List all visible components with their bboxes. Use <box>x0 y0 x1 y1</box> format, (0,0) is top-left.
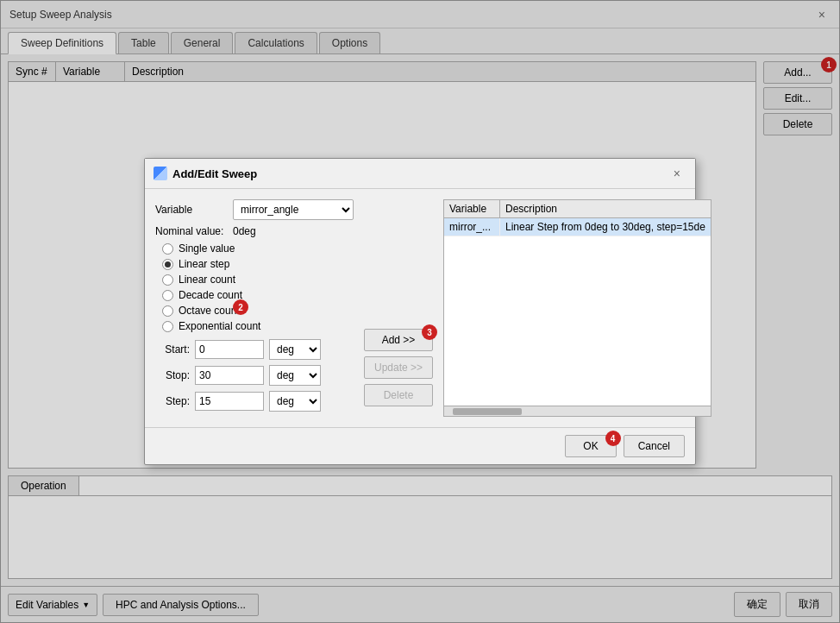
variable-label: Variable <box>155 204 233 216</box>
nominal-row: Nominal value: 0deg <box>155 225 354 237</box>
var-table-header: Variable Description <box>444 200 711 218</box>
add-edit-sweep-dialog: Add/Edit Sweep × Variable mirror_angle N… <box>144 158 696 465</box>
variable-table: Variable Description mirror_... Linear S… <box>443 199 711 417</box>
dialog-left-panel: Variable mirror_angle Nominal value: 0de… <box>155 199 354 417</box>
radio-exponential-count-input[interactable] <box>162 321 173 332</box>
radio-decade-count[interactable]: Decade count <box>162 289 354 301</box>
nominal-label: Nominal value: <box>155 225 233 237</box>
dialog-add-button[interactable]: Add >> 3 <box>364 329 433 351</box>
variable-select[interactable]: mirror_angle <box>233 199 354 220</box>
variable-row: Variable mirror_angle <box>155 199 354 220</box>
var-col-description: Description <box>500 200 711 217</box>
stop-input[interactable] <box>195 366 264 385</box>
step-label: Step: <box>155 395 190 407</box>
start-unit-select[interactable]: deg <box>269 339 321 360</box>
step-row: Step: deg <box>155 391 354 412</box>
stop-row: Stop: deg <box>155 365 354 386</box>
dialog-bottom-buttons: OK 4 Cancel <box>145 427 695 464</box>
var-cell-variable: mirror_... <box>444 218 500 236</box>
dialog-delete-button[interactable]: Delete <box>364 384 433 406</box>
radio-single-value[interactable]: Single value <box>162 242 354 255</box>
dialog-right-panel: Variable Description mirror_... Linear S… <box>443 199 711 417</box>
dialog-cancel-button[interactable]: Cancel <box>624 435 685 457</box>
start-stop-area: Start: deg Stop: deg Step: <box>155 339 354 412</box>
radio-octave-count-input[interactable] <box>162 305 173 317</box>
dialog-overlay: Add/Edit Sweep × Variable mirror_angle N… <box>0 0 840 623</box>
radio-linear-count-input[interactable] <box>162 274 173 286</box>
octave-badge: 2 <box>233 299 248 315</box>
step-input[interactable] <box>195 392 264 411</box>
table-row[interactable]: mirror_... Linear Step from 0deg to 30de… <box>444 218 711 236</box>
step-unit-select[interactable]: deg <box>269 391 321 412</box>
start-label: Start: <box>155 343 190 356</box>
dialog-ok-button[interactable]: OK 4 <box>565 435 616 457</box>
dialog-title-bar: Add/Edit Sweep × <box>145 159 695 189</box>
start-row: Start: deg <box>155 339 354 360</box>
radio-single-value-input[interactable] <box>162 243 173 255</box>
dialog-update-button[interactable]: Update >> <box>364 356 433 379</box>
dialog-body: Variable mirror_angle Nominal value: 0de… <box>145 189 695 427</box>
var-table-body[interactable]: mirror_... Linear Step from 0deg to 30de… <box>444 218 711 406</box>
start-input[interactable] <box>195 340 264 359</box>
stop-label: Stop: <box>155 369 190 381</box>
var-cell-description: Linear Step from 0deg to 30deg, step=15d… <box>500 218 711 236</box>
nominal-value: 0deg <box>233 225 256 237</box>
dialog-title: Add/Edit Sweep <box>154 167 257 180</box>
radio-exponential-count[interactable]: Exponential count <box>162 320 354 332</box>
var-col-variable: Variable <box>444 200 500 217</box>
dialog-close-button[interactable]: × <box>668 164 686 183</box>
dialog-add-badge: 3 <box>422 324 437 340</box>
radio-linear-step[interactable]: Linear step <box>162 258 354 270</box>
stop-unit-select[interactable]: deg <box>269 365 321 386</box>
radio-octave-count[interactable]: Octave count 2 <box>162 305 354 317</box>
scrollbar-thumb[interactable] <box>453 408 522 415</box>
dialog-ok-badge: 4 <box>605 431 621 446</box>
radio-linear-count[interactable]: Linear count <box>162 274 354 286</box>
dialog-icon <box>154 167 167 180</box>
radio-group: Single value Linear step Linear count De… <box>162 242 354 332</box>
scrollbar[interactable] <box>444 406 711 416</box>
radio-decade-count-input[interactable] <box>162 290 173 301</box>
dialog-action-buttons: Add >> 3 Update >> Delete <box>364 199 433 417</box>
radio-linear-step-input[interactable] <box>162 259 173 270</box>
